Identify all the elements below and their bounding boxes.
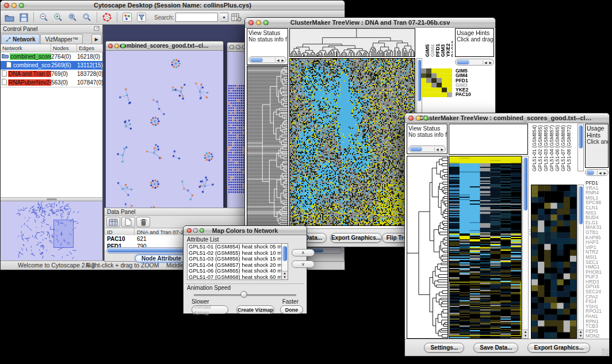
- network-table-row[interactable]: combined_sco2569(6)13112(15): [1, 61, 102, 70]
- attribute-list-vscrollbar[interactable]: ▲▼: [281, 244, 288, 279]
- tv1-zoom-matrix[interactable]: [421, 68, 452, 97]
- control-panel: Control Panel NetworkVizMapper™▶ Network…: [1, 25, 103, 260]
- window-controls[interactable]: [4, 3, 24, 8]
- main-titlebar[interactable]: Cytoscape Desktop (Session Name: collins…: [1, 1, 345, 10]
- settings-button[interactable]: Settings...: [424, 343, 464, 352]
- tv2-column-dendrogram[interactable]: [449, 124, 528, 155]
- network-canvas[interactable]: [106, 51, 223, 232]
- attribute-list-item[interactable]: GPL51-07 (GSM868) heat shock 60 min: [188, 274, 281, 280]
- network-table-row[interactable]: DNA and Tran 07769(0)183728(0): [1, 70, 102, 78]
- tv2-gene-labels: PFD1YRA1RNR4MSL1SPC98CLN1NIS1BUD4ELG1MAK…: [586, 181, 609, 339]
- control-panel-title: Control Panel: [3, 26, 38, 32]
- tv2-heatmap[interactable]: [449, 156, 522, 339]
- create-vizmapbutton[interactable]: Create Vizmap: [236, 305, 274, 314]
- export-graphics-button[interactable]: Export Graphics...: [527, 343, 590, 352]
- tab-network[interactable]: Network: [1, 34, 40, 44]
- tab-vizmapper[interactable]: VizMapper™: [40, 34, 83, 44]
- view-status-title: View Status: [407, 124, 447, 132]
- help-ring-icon[interactable]: [101, 12, 113, 23]
- attribute-list-item[interactable]: GPL51-01 (GSM854) heat shock 05 min: [188, 244, 281, 250]
- tv2-labels-vscrollbar[interactable]: [577, 124, 584, 171]
- column-label: GPL51-08 (GSM872): [567, 124, 572, 171]
- col-nodes[interactable]: Nodes: [51, 44, 77, 52]
- network-nodes: 2764(0): [51, 53, 77, 60]
- donebutton[interactable]: Done: [280, 305, 303, 314]
- minimize-icon[interactable]: [236, 45, 240, 49]
- filter-icon[interactable]: [135, 12, 148, 23]
- close-icon[interactable]: [408, 116, 414, 121]
- attribute-table-icon[interactable]: [230, 12, 243, 23]
- float-panel-icon[interactable]: [94, 25, 100, 33]
- view-status-scrollbar[interactable]: ◀ ▶: [408, 145, 446, 152]
- column-label: YKE2: [446, 30, 450, 57]
- tv1-heatmap[interactable]: [289, 58, 415, 226]
- zoom-window-icon[interactable]: [19, 3, 24, 8]
- zoom-window-icon[interactable]: [200, 228, 204, 233]
- zoom-in-icon[interactable]: [52, 12, 64, 23]
- birdseye-overview[interactable]: [1, 201, 102, 260]
- view-status-text: No status info f: [407, 132, 447, 138]
- view-status-scrollbar[interactable]: ◀ ▶: [248, 56, 286, 63]
- zoom-out-icon[interactable]: [37, 12, 50, 23]
- tv1-row-dendrogram[interactable]: [247, 66, 288, 226]
- open-folder-icon[interactable]: [3, 12, 16, 23]
- tv2-hints-scrollbar[interactable]: ◀ ▶: [585, 169, 609, 176]
- network-view-title: combined_scores_good.txt--cluste...: [120, 43, 209, 49]
- zoom-selected-icon[interactable]: [66, 12, 79, 23]
- network-name: RNAPuberNov2+I: [8, 79, 51, 86]
- close-icon[interactable]: [108, 44, 113, 48]
- network-table-row[interactable]: combined_scores2764(0)16218(0): [1, 52, 102, 61]
- search-input[interactable]: [175, 13, 218, 22]
- dialog-titlebar[interactable]: Map Colors to Network: [183, 226, 307, 235]
- dialog-title: Map Colors to Network: [197, 227, 293, 234]
- move-up-button[interactable]: ∧: [292, 249, 315, 256]
- zoom-window-icon[interactable]: [121, 44, 125, 48]
- panel-divider[interactable]: [1, 197, 102, 201]
- col-edges[interactable]: Edges: [77, 44, 103, 52]
- export-graphics-button[interactable]: Export Graphics...: [330, 233, 382, 243]
- close-icon[interactable]: [248, 20, 254, 25]
- close-icon[interactable]: [4, 3, 9, 8]
- col-network[interactable]: Network: [1, 44, 51, 52]
- col-id[interactable]: ID: [105, 228, 135, 235]
- tv2-row-dendrogram[interactable]: [407, 156, 448, 339]
- minimize-icon[interactable]: [12, 3, 17, 8]
- zoom-fit-icon[interactable]: [81, 12, 93, 23]
- tv2-zoom-heatmap[interactable]: [531, 185, 577, 339]
- network-view-window[interactable]: combined_scores_good.txt--cluste...: [105, 41, 224, 232]
- network-table-header[interactable]: Network Nodes Edges: [1, 44, 102, 52]
- search-label: Search:: [154, 14, 174, 21]
- tv1-titlebar[interactable]: ClusterMaker TreeView : DNA and Tran 07-…: [245, 18, 495, 28]
- attribute-select-icon[interactable]: [106, 217, 120, 227]
- zoom-window-icon[interactable]: [423, 116, 429, 121]
- zoom-window-icon[interactable]: [263, 20, 269, 25]
- move-down-button[interactable]: ∨: [292, 260, 315, 268]
- minimize-icon[interactable]: [114, 44, 119, 48]
- new-attribute-icon[interactable]: [121, 217, 135, 227]
- speed-slider-thumb[interactable]: [240, 291, 247, 298]
- tv1-hints-scrollbar[interactable]: ◀ ▶: [455, 59, 494, 66]
- column-label: GIM4: [430, 30, 435, 57]
- search-dropdown-icon[interactable]: ▼: [220, 13, 228, 22]
- document-icon: [6, 62, 12, 69]
- status-welcome: Welcome to Cytoscape 2.6.2: [18, 262, 95, 269]
- network-name: combined_sco: [13, 62, 51, 68]
- resize-grip[interactable]: [602, 348, 609, 355]
- annotation-icon[interactable]: [121, 12, 133, 23]
- save-data-button[interactable]: Save Data...: [473, 343, 518, 352]
- network-nodes: 2569(6): [51, 62, 77, 68]
- tv2-zoom-vscrollbar[interactable]: ▲▼: [577, 185, 584, 339]
- close-icon[interactable]: [187, 228, 192, 233]
- attribute-listbox[interactable]: GPL51-01 (GSM854) heat shock 05 minGPL51…: [187, 243, 288, 280]
- tv2-heatmap-vscrollbar[interactable]: ▲▼: [522, 156, 529, 339]
- minimize-icon[interactable]: [256, 20, 261, 25]
- minimize-icon[interactable]: [193, 228, 198, 233]
- minimize-icon[interactable]: [416, 116, 421, 121]
- tab-more[interactable]: ▶: [91, 34, 102, 44]
- network-table-row[interactable]: RNAPuberNov2+I563(0)107847(0): [1, 78, 102, 87]
- tv2-titlebar[interactable]: ClusterMaker TreeView : combined_scores_…: [405, 113, 609, 123]
- save-icon[interactable]: [17, 12, 30, 23]
- delete-attribute-icon[interactable]: [136, 217, 150, 227]
- tv1-column-dendrogram[interactable]: [289, 28, 415, 57]
- close-icon[interactable]: [230, 45, 234, 49]
